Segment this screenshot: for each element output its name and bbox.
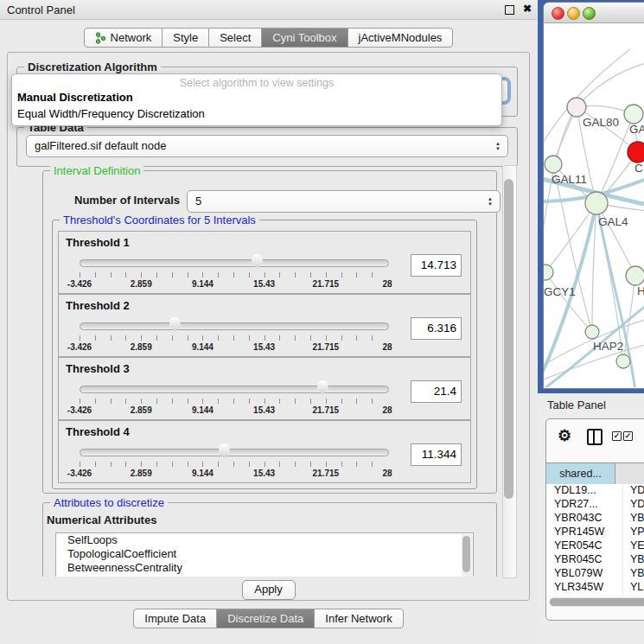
scale-label: 15.43 [253, 279, 275, 289]
threshold-4-slider[interactable]: -3.4262.8599.14415.4321.71528 [80, 445, 387, 481]
attribute-item-betweennesscentrality[interactable]: BetweennessCentrality [56, 561, 473, 575]
network-tab-icon [95, 32, 106, 44]
attribute-item-selfloops[interactable]: SelfLoops [56, 533, 473, 547]
network-window: GAL80GACGAL11GAL4GCY1HHAP2 [544, 3, 644, 388]
threshold-4-value-field[interactable]: 11.344 [411, 443, 462, 466]
slider-thumb[interactable] [169, 317, 182, 333]
settings-gear-icon[interactable]: ⚙ [558, 426, 571, 445]
network-node-label: C [634, 162, 643, 175]
network-window-frame: GAL80GACGAL11GAL4GCY1HHAP2 [538, 0, 644, 393]
column-layout-icon[interactable] [587, 429, 603, 445]
float-window-icon[interactable] [505, 5, 514, 15]
table-row[interactable]: YER054CYER0 [546, 539, 644, 553]
slider-ticks [80, 272, 387, 277]
tab-select[interactable]: Select [208, 28, 262, 48]
scale-label: 15.43 [253, 342, 275, 352]
slider-track[interactable] [80, 322, 389, 330]
network-node-gal11[interactable] [545, 156, 562, 173]
threshold-2-slider[interactable]: -3.4262.8599.14415.4321.71528 [80, 319, 387, 355]
network-node-label: GA [629, 123, 644, 136]
table-row[interactable]: YDR27...YDR2 [546, 498, 644, 512]
table-horizontal-scrollbar[interactable] [549, 597, 644, 607]
network-node[interactable] [616, 354, 630, 368]
scale-label: 15.43 [253, 469, 275, 478]
scale-label: 2.859 [131, 279, 152, 289]
slider-track[interactable] [80, 259, 389, 267]
tab-infer-network[interactable]: Infer Network [314, 609, 403, 628]
attribute-item-topologicalcoefficient[interactable]: TopologicalCoefficient [56, 547, 473, 561]
select-all-icon[interactable]: ✓ [612, 431, 622, 441]
scale-label: 21.715 [313, 469, 340, 478]
numerical-attributes-list[interactable]: SelfLoopsTopologicalCoefficientBetweenne… [55, 532, 474, 577]
number-of-intervals-combobox[interactable]: 5 ▲▼ [187, 190, 501, 213]
network-node-label: GAL80 [583, 116, 619, 129]
tab-discretize-data[interactable]: Discretize Data [216, 609, 315, 628]
table-row[interactable]: YDL19...YDL1 [546, 484, 644, 498]
network-node-gal4[interactable] [585, 192, 608, 214]
threshold-1-value-field[interactable]: 14.713 [411, 254, 462, 277]
scale-label: 21.715 [313, 342, 340, 352]
slider-thumb[interactable] [218, 443, 231, 459]
table-row[interactable]: YBR045CYBR0 [546, 553, 644, 567]
table-data-combobox[interactable]: galFiltered.sif default node ▲▼ [26, 135, 508, 157]
scale-label: 9.144 [192, 279, 214, 289]
scale-label: -3.426 [67, 279, 92, 289]
tab-impute-data[interactable]: Impute Data [133, 609, 217, 628]
slider-thumb[interactable] [251, 254, 264, 270]
close-traffic-light-icon[interactable] [552, 7, 564, 20]
table-cell: YIL052C [546, 595, 623, 596]
algorithm-option-equal-width-frequency-discretization[interactable]: Equal Width/Frequency Discretization [12, 105, 501, 122]
attributes-scrollbar[interactable] [462, 534, 472, 577]
threshold-1-slider[interactable]: -3.4262.8599.14415.4321.71528 [80, 256, 387, 292]
thresholds-group-title: Threshold's Coordinates for 5 Intervals [60, 214, 259, 226]
column-header-shared-[interactable]: shared... [546, 463, 615, 484]
scale-label: 21.715 [313, 405, 340, 415]
network-window-titlebar[interactable] [544, 3, 644, 23]
zoom-traffic-light-icon[interactable] [583, 7, 596, 20]
algorithm-option-manual-discretization[interactable]: Manual Discretization [12, 89, 501, 105]
control-panel: Control Panel ✖ NetworkStyleSelectCyni T… [0, 0, 537, 644]
tab-label: Cyni Toolbox [272, 31, 336, 44]
slider-thumb[interactable] [316, 380, 329, 396]
network-node-gal80[interactable] [567, 98, 586, 117]
table-row[interactable]: YPR145WYPR1 [546, 526, 644, 539]
table-row[interactable]: YBL079WYBL0 [546, 567, 644, 581]
table-row[interactable]: YLR345WYLR3 [546, 581, 644, 595]
network-node-hap2[interactable] [585, 325, 599, 339]
network-node-label: GAL11 [552, 173, 587, 186]
apply-button[interactable]: Apply [242, 580, 296, 600]
network-node-c[interactable] [628, 142, 644, 163]
tab-jactivemnodules[interactable]: jActiveMNodules [348, 28, 454, 48]
tab-network[interactable]: Network [84, 28, 163, 48]
discretization-algorithm-title: Discretization Algorithm [24, 61, 161, 73]
network-node-h[interactable] [626, 266, 644, 285]
network-node-label: H [637, 284, 644, 297]
column-header-na[interactable]: na [615, 463, 644, 484]
network-canvas[interactable]: GAL80GACGAL11GAL4GCY1HHAP2 [544, 23, 644, 387]
table-row[interactable]: YBR043CYBR0 [546, 512, 644, 526]
threshold-3-value-field[interactable]: 21.4 [411, 380, 462, 403]
combobox-spinner-icon[interactable]: ▲▼ [495, 136, 501, 156]
select-none-icon[interactable]: ✓ [623, 431, 633, 441]
tab-style[interactable]: Style [162, 28, 209, 48]
minimize-traffic-light-icon[interactable] [567, 7, 580, 20]
slider-scale: -3.4262.8599.14415.4321.71528 [80, 405, 387, 416]
tab-cyni-toolbox[interactable]: Cyni Toolbox [261, 28, 348, 48]
table-row[interactable]: YIL052CYIL0 [546, 595, 644, 596]
attributes-scrollbar-thumb[interactable] [462, 536, 470, 572]
threshold-2-box: Threshold 2-3.4262.8599.14415.4321.71528… [58, 294, 471, 357]
close-icon[interactable]: ✖ [523, 3, 532, 15]
network-node-ga[interactable] [624, 105, 643, 124]
slider-track[interactable] [80, 449, 389, 456]
settings-scrollbar[interactable] [502, 165, 517, 578]
table-horizontal-scrollbar-thumb[interactable] [550, 598, 644, 606]
table-cell: YDR2 [623, 498, 644, 512]
combobox-spinner-icon[interactable]: ▲▼ [488, 191, 493, 212]
slider-track[interactable] [80, 386, 389, 393]
threshold-3-slider[interactable]: -3.4262.8599.14415.4321.71528 [80, 382, 387, 418]
threshold-2-value-field[interactable]: 6.316 [411, 317, 462, 340]
network-node-gcy1[interactable] [544, 265, 553, 280]
control-panel-title: Control Panel [7, 3, 75, 16]
scale-label: -3.426 [67, 342, 92, 352]
settings-scrollbar-thumb[interactable] [504, 179, 513, 499]
